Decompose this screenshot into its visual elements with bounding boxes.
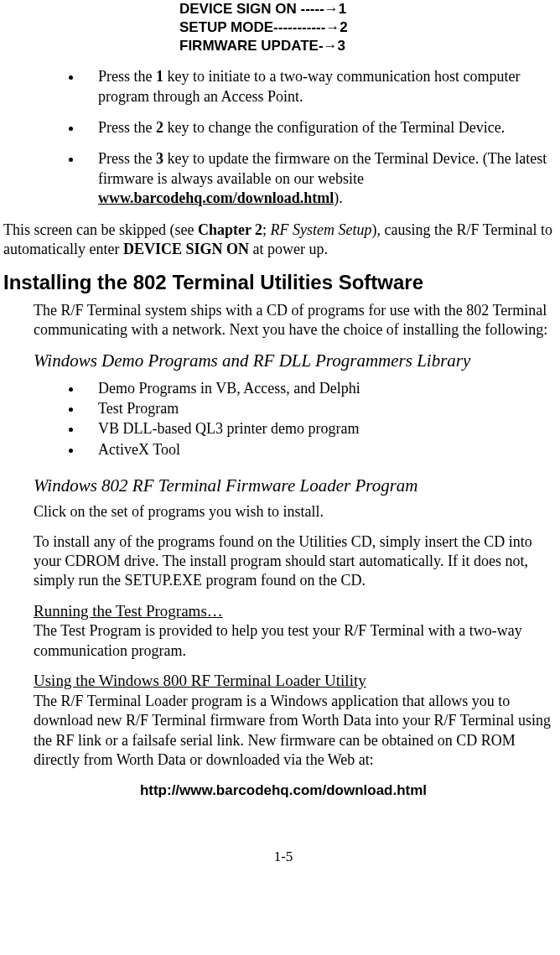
download-url: http://www.barcodehq.com/download.html [3, 781, 560, 800]
install-paragraph: To install any of the programs found on … [34, 532, 555, 591]
text: Press the [98, 150, 156, 167]
text: This screen can be skipped (see [3, 221, 198, 238]
rf-setup-ref: RF System Setup [271, 221, 372, 238]
menu-screen: DEVICE SIGN ON -----→1 SETUP MODE-------… [179, 0, 560, 55]
menu-key-bullets: Press the 1 key to initiate to a two-way… [3, 67, 560, 208]
program-list: Demo Programs in VB, Access, and Delphi … [3, 378, 560, 459]
list-item: Demo Programs in VB, Access, and Delphi [83, 378, 560, 398]
text: at power up. [249, 241, 328, 257]
key-2: 2 [156, 119, 163, 136]
list-item: ActiveX Tool [83, 439, 560, 459]
list-item: VB DLL-based QL3 printer demo program [83, 418, 560, 439]
menu-line-3: FIRMWARE UPDATE-→3 [179, 37, 560, 55]
bullet-key-3: Press the 3 key to update the firmware o… [83, 149, 560, 208]
page-number: 1-5 [3, 848, 560, 866]
download-link: www.barcodehq.com/download.html [98, 189, 334, 206]
list-item: Test Program [83, 398, 560, 418]
chapter-ref: Chapter 2 [198, 221, 262, 238]
menu-line-2: SETUP MODE-----------→2 [179, 18, 560, 37]
click-paragraph: Click on the set of programs you wish to… [34, 502, 555, 522]
bullet-key-2: Press the 2 key to change the configurat… [83, 118, 560, 138]
running-test-programs-heading: Running the Test Programs… [34, 601, 560, 622]
intro-paragraph: The R/F Terminal system ships with a CD … [34, 301, 555, 340]
text: Press the [98, 68, 156, 85]
text: ). [334, 189, 343, 206]
text: ; [262, 221, 271, 238]
skip-screen-paragraph: This screen can be skipped (see Chapter … [3, 221, 560, 260]
menu-line-1: DEVICE SIGN ON -----→1 [179, 0, 560, 18]
subheading-demo-programs: Windows Demo Programs and RF DLL Program… [34, 350, 560, 372]
loader-utility-paragraph: The R/F Terminal Loader program is a Win… [34, 692, 555, 771]
key-1: 1 [156, 68, 163, 85]
text: key to update the firmware on the Termin… [98, 150, 547, 186]
device-sign-on: DEVICE SIGN ON [123, 241, 249, 257]
key-3: 3 [156, 150, 163, 167]
subheading-firmware-loader: Windows 802 RF Terminal Firmware Loader … [34, 475, 560, 497]
text: Press the [98, 119, 156, 136]
text: key to change the configuration of the T… [163, 119, 505, 136]
section-title: Installing the 802 Terminal Utilities So… [3, 269, 560, 295]
bullet-key-1: Press the 1 key to initiate to a two-way… [83, 67, 560, 106]
loader-utility-heading: Using the Windows 800 RF Terminal Loader… [34, 671, 560, 692]
running-test-programs-paragraph: The Test Program is provided to help you… [34, 621, 555, 661]
